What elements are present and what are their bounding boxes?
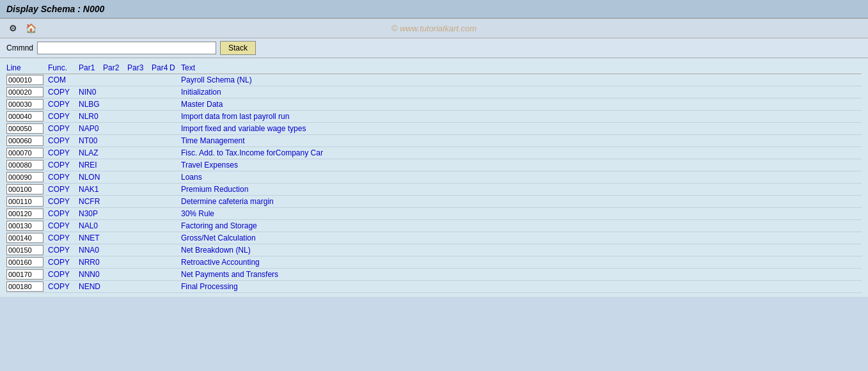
settings-icon[interactable]: ⚙ [6, 22, 19, 35]
cell-text: 30% Rule [181, 209, 862, 218]
header-text: Text [181, 63, 862, 72]
cell-func: COPY [48, 88, 79, 97]
table-row: COPY NNET Gross/Net Calculation [6, 232, 862, 244]
table-row: COPY NAK1 Premium Reduction [6, 184, 862, 196]
cell-par1: NLR0 [79, 112, 103, 121]
line-input[interactable] [6, 209, 43, 219]
line-input[interactable] [6, 136, 43, 146]
line-input[interactable] [6, 245, 43, 255]
cell-text: Net Payments and Transfers [181, 270, 862, 279]
line-input[interactable] [6, 123, 43, 134]
table-row: COPY NIN0 Initialization [6, 86, 862, 99]
line-input[interactable] [6, 160, 43, 170]
cell-par1: NEND [79, 282, 103, 291]
table-row: COPY NCFR Determine cafeteria margin [6, 196, 862, 208]
cell-line [6, 269, 48, 280]
header-par1: Par1 [79, 63, 103, 72]
cell-line [6, 75, 48, 85]
cell-par1: NIN0 [79, 88, 103, 97]
header-par2: Par2 [103, 63, 127, 72]
title-text: Display Schema : N000 [6, 4, 104, 14]
cell-text: Determine cafeteria margin [181, 197, 862, 206]
cell-text: Import fixed and variable wage types [181, 124, 862, 133]
cell-par1: NLAZ [79, 148, 103, 157]
cell-par1: NNN0 [79, 270, 103, 279]
cell-par1: NCFR [79, 197, 103, 206]
command-bar: Cmmnd Stack [0, 38, 868, 58]
cell-func: COPY [48, 161, 79, 170]
header-func: Func. [48, 63, 79, 72]
cell-text: Loans [181, 173, 862, 182]
cell-text: Initialization [181, 88, 862, 97]
line-input[interactable] [6, 269, 43, 280]
table-row: COPY NRR0 Retroactive Accounting [6, 257, 862, 269]
stack-button[interactable]: Stack [220, 41, 256, 55]
line-input[interactable] [6, 233, 43, 243]
line-input[interactable] [6, 75, 43, 85]
line-input[interactable] [6, 221, 43, 231]
cell-line [6, 99, 48, 109]
cell-line [6, 245, 48, 255]
cell-text: Import data from last payroll run [181, 112, 862, 121]
cell-line [6, 123, 48, 134]
line-input[interactable] [6, 99, 43, 109]
line-input[interactable] [6, 87, 43, 97]
cell-line [6, 281, 48, 292]
main-content: Line Func. Par1 Par2 Par3 Par4 D Text CO… [0, 58, 868, 297]
line-input[interactable] [6, 111, 43, 122]
title-bar: Display Schema : N000 [0, 0, 868, 19]
cell-func: COPY [48, 209, 79, 218]
line-input[interactable] [6, 172, 43, 182]
table-row: COPY NNN0 Net Payments and Transfers [6, 269, 862, 281]
cell-line [6, 221, 48, 231]
command-input[interactable] [37, 42, 216, 54]
line-input[interactable] [6, 196, 43, 207]
table-row: COPY NAP0 Import fixed and variable wage… [6, 123, 862, 135]
cell-par1: NAP0 [79, 124, 103, 133]
cell-text: Master Data [181, 100, 862, 109]
cell-text: Factoring and Storage [181, 221, 862, 230]
line-input[interactable] [6, 184, 43, 194]
cell-func: COPY [48, 112, 79, 121]
cell-func: COPY [48, 233, 79, 242]
cell-func: COM [48, 75, 79, 84]
cell-line [6, 233, 48, 243]
cell-line [6, 257, 48, 267]
cell-text: Fisc. Add. to Tax.Income forCompany Car [181, 148, 862, 157]
header-par3: Par3 [127, 63, 152, 72]
cell-line [6, 172, 48, 182]
cell-par1: NNET [79, 233, 103, 242]
cell-par1: NT00 [79, 136, 103, 145]
cell-line [6, 209, 48, 219]
cell-line [6, 136, 48, 146]
cell-text: Time Management [181, 136, 862, 145]
cell-par1: NLON [79, 173, 103, 182]
line-input[interactable] [6, 257, 43, 267]
cell-text: Gross/Net Calculation [181, 233, 862, 242]
cell-line [6, 87, 48, 97]
cell-par1: NAL0 [79, 221, 103, 230]
table-body: COM Payroll Schema (NL) COPY NIN0 Initia… [6, 74, 862, 293]
table-row: COPY NAL0 Factoring and Storage [6, 220, 862, 232]
cell-text: Net Breakdown (NL) [181, 246, 862, 255]
table-row: COPY N30P 30% Rule [6, 208, 862, 220]
cell-par1: N30P [79, 209, 103, 218]
cell-func: COPY [48, 221, 79, 230]
cell-func: COPY [48, 100, 79, 109]
save-icon[interactable]: 🏠 [24, 22, 37, 35]
watermark: © www.tutorialkart.com [391, 24, 477, 33]
line-input[interactable] [6, 148, 43, 158]
cell-par1: NLBG [79, 100, 103, 109]
cell-func: COPY [48, 173, 79, 182]
table-row: COPY NLR0 Import data from last payroll … [6, 111, 862, 123]
table-row: COPY NREI Travel Expenses [6, 159, 862, 171]
line-input[interactable] [6, 281, 43, 292]
cell-func: COPY [48, 136, 79, 145]
cell-func: COPY [48, 258, 79, 267]
table-row: COPY NNA0 Net Breakdown (NL) [6, 244, 862, 257]
cell-line [6, 184, 48, 194]
header-d: D [170, 63, 181, 72]
toolbar: ⚙ 🏠 © www.tutorialkart.com [0, 19, 868, 38]
header-par4: Par4 [152, 63, 170, 72]
table-row: COM Payroll Schema (NL) [6, 74, 862, 86]
